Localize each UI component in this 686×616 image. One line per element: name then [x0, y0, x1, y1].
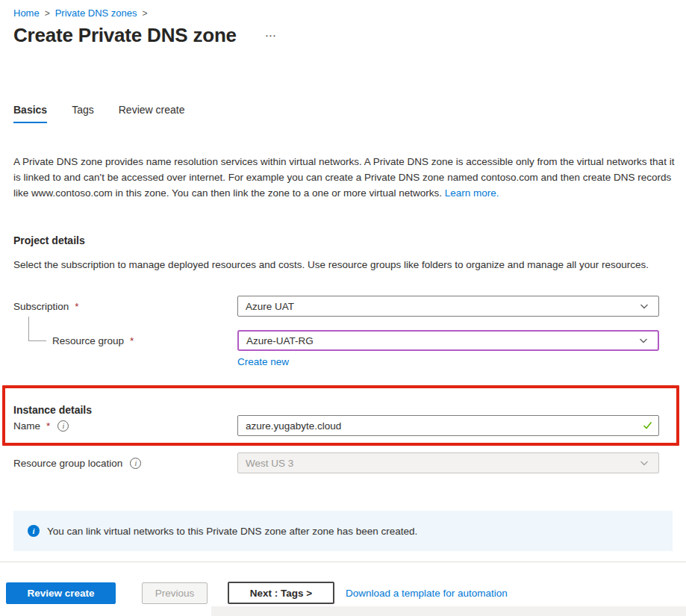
page-title: Create Private DNS zone — [13, 24, 237, 47]
tab-review-create[interactable]: Review create — [119, 104, 185, 123]
create-private-dns-zone-page: Home > Private DNS zones > Create Privat… — [0, 0, 686, 616]
learn-more-link[interactable]: Learn more. — [445, 187, 499, 199]
name-input-wrap — [237, 415, 659, 436]
footer-divider — [0, 561, 686, 562]
required-asterisk: * — [130, 335, 134, 346]
resource-group-location-row: Resource group location i West US 3 — [13, 452, 673, 473]
next-tags-button[interactable]: Next : Tags > — [228, 582, 334, 604]
intro-description: A Private DNS zone provides name resolut… — [13, 154, 675, 201]
info-icon[interactable]: i — [57, 420, 69, 432]
project-details-description: Select the subscription to manage deploy… — [13, 257, 675, 273]
instance-details-heading: Instance details — [13, 404, 92, 416]
valid-check-icon — [643, 421, 652, 430]
wizard-tabs: Basics Tags Review create — [13, 104, 184, 123]
name-label: Name* i — [13, 420, 237, 432]
subscription-row: Subscription* Azure UAT — [13, 296, 673, 317]
name-input[interactable] — [237, 415, 659, 436]
resource-group-label-text: Resource group — [52, 335, 124, 346]
resource-group-location-label: Resource group location i — [13, 458, 237, 469]
review-create-button[interactable]: Review create — [6, 582, 116, 604]
info-banner-icon: i — [28, 525, 40, 537]
chevron-down-icon — [639, 458, 649, 468]
more-options-icon[interactable]: ⋯ — [262, 28, 280, 44]
resource-group-location-label-text: Resource group location — [13, 458, 122, 469]
chevron-down-icon — [639, 301, 649, 311]
intro-text: A Private DNS zone provides name resolut… — [13, 156, 674, 199]
project-details-heading: Project details — [13, 234, 85, 246]
previous-button: Previous — [142, 582, 208, 604]
info-banner: i You can link virtual networks to this … — [13, 511, 673, 551]
resource-group-location-value: West US 3 — [246, 458, 293, 469]
subscription-dropdown[interactable]: Azure UAT — [237, 296, 659, 317]
subscription-label: Subscription* — [13, 301, 237, 312]
breadcrumb-link-home[interactable]: Home — [13, 7, 40, 19]
subscription-label-text: Subscription — [13, 301, 69, 312]
tab-tags[interactable]: Tags — [72, 104, 94, 123]
download-template-link[interactable]: Download a template for automation — [346, 588, 508, 599]
subscription-value: Azure UAT — [246, 301, 294, 312]
breadcrumb: Home > Private DNS zones > — [13, 7, 148, 19]
required-asterisk: * — [75, 301, 78, 312]
footer-actions: Review create Previous Next : Tags > Dow… — [6, 582, 508, 604]
resource-group-dropdown[interactable]: Azure-UAT-RG — [237, 330, 659, 351]
breadcrumb-separator-icon: > — [45, 8, 50, 19]
resource-group-label: Resource group* — [13, 335, 237, 346]
chevron-down-icon — [638, 335, 649, 346]
background-strip — [211, 606, 686, 616]
name-label-text: Name — [13, 420, 40, 432]
info-icon[interactable]: i — [130, 458, 141, 469]
required-asterisk: * — [46, 420, 50, 432]
tab-basics[interactable]: Basics — [13, 104, 47, 123]
resource-group-location-dropdown: West US 3 — [237, 452, 659, 473]
name-row: Name* i — [13, 415, 673, 436]
info-banner-text: You can link virtual networks to this Pr… — [47, 526, 417, 537]
breadcrumb-link-private-dns-zones[interactable]: Private DNS zones — [55, 7, 137, 19]
resource-group-value: Azure-UAT-RG — [246, 335, 314, 346]
page-header: Create Private DNS zone ⋯ — [13, 24, 280, 47]
create-new-link[interactable]: Create new — [237, 356, 289, 367]
breadcrumb-separator-icon: > — [143, 8, 148, 19]
resource-group-row: Resource group* Azure-UAT-RG — [13, 330, 673, 351]
